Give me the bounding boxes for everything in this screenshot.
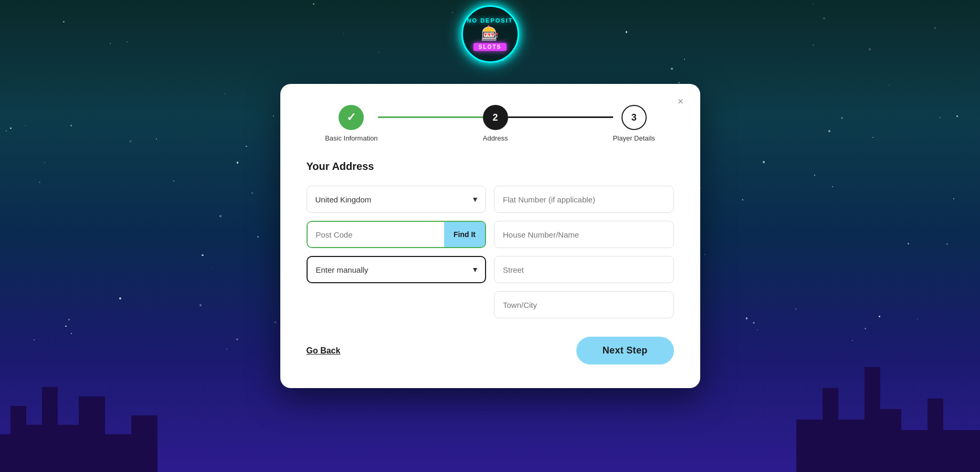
left-column: United Kingdom United States Canada Aust… bbox=[307, 186, 487, 318]
country-select-wrapper: United Kingdom United States Canada Aust… bbox=[307, 186, 487, 213]
modal-footer: Go Back Next Step bbox=[307, 337, 674, 364]
country-select[interactable]: United Kingdom United States Canada Aust… bbox=[307, 186, 487, 213]
street-input[interactable] bbox=[494, 256, 674, 283]
next-step-button[interactable]: Next Step bbox=[576, 337, 674, 364]
stepper: ✓ Basic Information 2 Address 3 Player D… bbox=[307, 105, 674, 142]
modal-overlay: × ✓ Basic Information 2 Address 3 Player… bbox=[0, 0, 980, 472]
step-2-address: 2 Address bbox=[483, 105, 508, 142]
town-city-input[interactable] bbox=[494, 291, 674, 318]
flat-number-input[interactable] bbox=[494, 186, 674, 213]
step-3-label: Player Details bbox=[613, 134, 655, 142]
postcode-input[interactable] bbox=[308, 222, 445, 247]
step-connector-1-2 bbox=[378, 116, 483, 118]
address-form: United Kingdom United States Canada Aust… bbox=[307, 186, 674, 318]
step-1-circle: ✓ bbox=[339, 105, 364, 130]
enter-manually-select[interactable]: Enter manually bbox=[307, 256, 487, 283]
step-connector-2-3 bbox=[508, 116, 613, 118]
modal: × ✓ Basic Information 2 Address 3 Player… bbox=[280, 84, 700, 388]
step-3-circle: 3 bbox=[621, 105, 647, 130]
go-back-button[interactable]: Go Back bbox=[307, 346, 341, 356]
form-title: Your Address bbox=[307, 160, 674, 173]
right-column bbox=[494, 186, 674, 318]
step-3-player-details: 3 Player Details bbox=[613, 105, 655, 142]
step-2-label: Address bbox=[483, 134, 508, 142]
step-2-circle: 2 bbox=[483, 105, 508, 130]
close-button[interactable]: × bbox=[673, 93, 689, 109]
postcode-row: Find It bbox=[307, 221, 487, 248]
enter-manually-wrapper: Enter manually ▼ bbox=[307, 256, 487, 283]
step-1-label: Basic Information bbox=[325, 134, 377, 142]
find-it-button[interactable]: Find It bbox=[444, 222, 485, 247]
step-1-basic-information: ✓ Basic Information bbox=[325, 105, 377, 142]
house-number-input[interactable] bbox=[494, 221, 674, 248]
